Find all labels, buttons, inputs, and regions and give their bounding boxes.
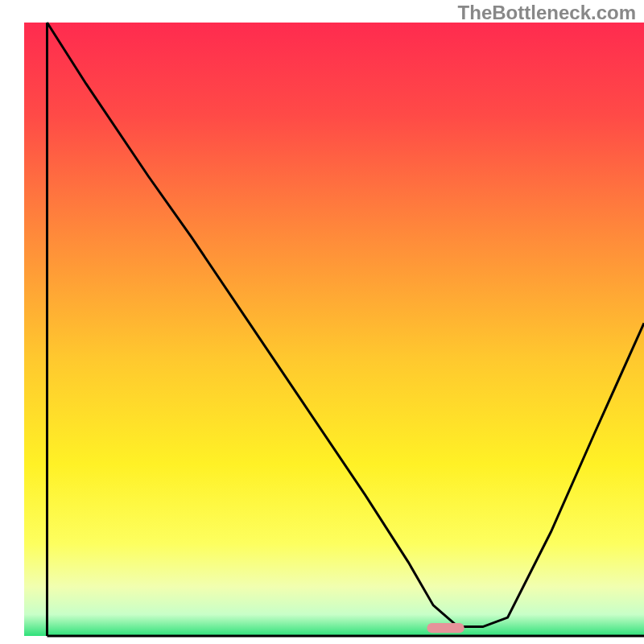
bottleneck-chart [0, 0, 644, 644]
plot-background [24, 23, 644, 636]
chart-container: TheBottleneck.com [0, 0, 644, 644]
watermark-text: TheBottleneck.com [458, 2, 636, 24]
sweet-spot-marker [427, 623, 464, 633]
